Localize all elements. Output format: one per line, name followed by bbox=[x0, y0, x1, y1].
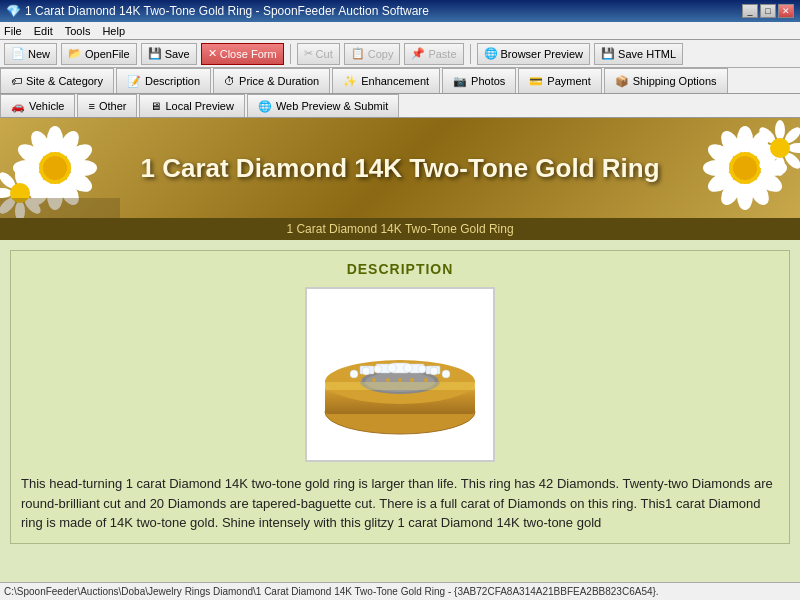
shipping-icon: 📦 bbox=[615, 75, 629, 88]
svg-rect-23 bbox=[0, 198, 120, 218]
local-preview-icon: 🖥 bbox=[150, 100, 161, 112]
menu-tools[interactable]: Tools bbox=[65, 25, 91, 37]
menu-help[interactable]: Help bbox=[102, 25, 125, 37]
description-heading: DESCRIPTION bbox=[21, 261, 779, 277]
svg-point-70 bbox=[410, 378, 414, 382]
tab-price-duration[interactable]: ⏱ Price & Duration bbox=[213, 68, 330, 93]
tab-vehicle[interactable]: 🚗 Vehicle bbox=[0, 94, 75, 117]
menu-file[interactable]: File bbox=[4, 25, 22, 37]
title-bar: 💎 1 Carat Diamond 14K Two-Tone Gold Ring… bbox=[0, 0, 800, 22]
svg-point-38 bbox=[775, 120, 785, 140]
maximize-button[interactable]: □ bbox=[760, 4, 776, 18]
tab-payment[interactable]: 💳 Payment bbox=[518, 68, 601, 93]
payment-icon: 💳 bbox=[529, 75, 543, 88]
svg-point-62 bbox=[418, 365, 426, 373]
cut-icon: ✂ bbox=[304, 47, 313, 60]
svg-point-61 bbox=[404, 364, 413, 373]
status-text: C:\SpoonFeeder\Auctions\Doba\Jewelry Rin… bbox=[4, 586, 659, 597]
svg-point-44 bbox=[752, 143, 772, 153]
web-preview-icon: 🌐 bbox=[258, 100, 272, 113]
svg-point-72 bbox=[438, 378, 442, 382]
status-bar: C:\SpoonFeeder\Auctions\Doba\Jewelry Rin… bbox=[0, 582, 800, 600]
menu-bar: File Edit Tools Help bbox=[0, 22, 800, 40]
subtitle-text: 1 Carat Diamond 14K Two-Tone Gold Ring bbox=[286, 222, 513, 236]
app-icon: 💎 bbox=[6, 4, 21, 18]
save-html-icon: 💾 bbox=[601, 47, 615, 60]
browser-preview-button[interactable]: 🌐 Browser Preview bbox=[477, 43, 591, 65]
paste-icon: 📌 bbox=[411, 47, 425, 60]
svg-point-69 bbox=[398, 378, 402, 382]
paste-button[interactable]: 📌 Paste bbox=[404, 43, 463, 65]
svg-point-66 bbox=[358, 378, 362, 382]
close-button[interactable]: ✕ bbox=[778, 4, 794, 18]
open-file-button[interactable]: 📂 OpenFile bbox=[61, 43, 137, 65]
tab-local-preview[interactable]: 🖥 Local Preview bbox=[139, 94, 244, 117]
tab-photos[interactable]: 📷 Photos bbox=[442, 68, 516, 93]
ring-svg bbox=[310, 292, 490, 457]
tab-other[interactable]: ≡ Other bbox=[77, 94, 137, 117]
cut-button[interactable]: ✂ Cut bbox=[297, 43, 340, 65]
vehicle-icon: 🚗 bbox=[11, 100, 25, 113]
subtitle-bar: 1 Carat Diamond 14K Two-Tone Gold Ring bbox=[0, 218, 800, 240]
site-category-icon: 🏷 bbox=[11, 75, 22, 87]
svg-point-16 bbox=[28, 188, 48, 198]
new-icon: 📄 bbox=[11, 47, 25, 60]
price-icon: ⏱ bbox=[224, 75, 235, 87]
close-form-icon: ✕ bbox=[208, 47, 217, 60]
copy-button[interactable]: 📋 Copy bbox=[344, 43, 401, 65]
minimize-button[interactable]: _ bbox=[742, 4, 758, 18]
tab-shipping[interactable]: 📦 Shipping Options bbox=[604, 68, 728, 93]
header-background: 1 Carat Diamond 14K Two-Tone Gold Ring bbox=[0, 118, 800, 218]
open-icon: 📂 bbox=[68, 47, 82, 60]
product-image-container bbox=[21, 287, 779, 462]
svg-rect-65 bbox=[325, 382, 475, 390]
content-area: 1 Carat Diamond 14K Two-Tone Gold Ring 1… bbox=[0, 118, 800, 582]
listing-title: 1 Carat Diamond 14K Two-Tone Gold Ring bbox=[0, 153, 799, 184]
svg-point-57 bbox=[350, 370, 358, 378]
tabs-row1: 🏷 Site & Category 📝 Description ⏱ Price … bbox=[0, 68, 800, 94]
tab-enhancement[interactable]: ✨ Enhancement bbox=[332, 68, 440, 93]
svg-point-59 bbox=[374, 365, 382, 373]
toolbar: 📄 New 📂 OpenFile 💾 Save ✕ Close Form ✂ C… bbox=[0, 40, 800, 68]
save-button[interactable]: 💾 Save bbox=[141, 43, 197, 65]
tab-description[interactable]: 📝 Description bbox=[116, 68, 211, 93]
browser-icon: 🌐 bbox=[484, 47, 498, 60]
toolbar-separator-2 bbox=[470, 44, 471, 64]
description-icon: 📝 bbox=[127, 75, 141, 88]
svg-point-71 bbox=[424, 378, 428, 382]
save-icon: 💾 bbox=[148, 47, 162, 60]
title-bar-controls: _ □ ✕ bbox=[742, 4, 794, 18]
enhancement-icon: ✨ bbox=[343, 75, 357, 88]
title-bar-left: 💎 1 Carat Diamond 14K Two-Tone Gold Ring… bbox=[6, 4, 429, 18]
toolbar-separator-1 bbox=[290, 44, 291, 64]
menu-edit[interactable]: Edit bbox=[34, 25, 53, 37]
other-icon: ≡ bbox=[88, 100, 94, 112]
save-html-button[interactable]: 💾 Save HTML bbox=[594, 43, 683, 65]
tabs-row2: 🚗 Vehicle ≡ Other 🖥 Local Preview 🌐 Web … bbox=[0, 94, 800, 118]
svg-point-60 bbox=[388, 364, 397, 373]
description-section: DESCRIPTION bbox=[10, 250, 790, 544]
svg-point-67 bbox=[372, 378, 376, 382]
svg-point-58 bbox=[362, 367, 370, 375]
svg-point-68 bbox=[386, 378, 390, 382]
close-form-button[interactable]: ✕ Close Form bbox=[201, 43, 284, 65]
new-button[interactable]: 📄 New bbox=[4, 43, 57, 65]
photos-icon: 📷 bbox=[453, 75, 467, 88]
product-image bbox=[305, 287, 495, 462]
svg-point-64 bbox=[442, 370, 450, 378]
window-title: 1 Carat Diamond 14K Two-Tone Gold Ring -… bbox=[25, 4, 429, 18]
header-area: 1 Carat Diamond 14K Two-Tone Gold Ring bbox=[0, 118, 800, 218]
description-text: This head-turning 1 carat Diamond 14K tw… bbox=[21, 474, 779, 533]
copy-icon: 📋 bbox=[351, 47, 365, 60]
svg-point-63 bbox=[430, 367, 438, 375]
tab-web-preview[interactable]: 🌐 Web Preview & Submit bbox=[247, 94, 399, 117]
tab-site-category[interactable]: 🏷 Site & Category bbox=[0, 68, 114, 93]
